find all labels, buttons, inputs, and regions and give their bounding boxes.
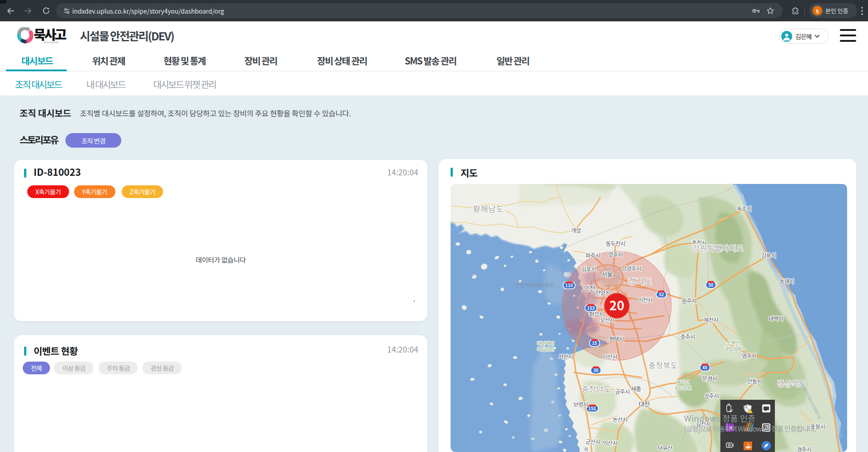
svg-text:익산시: 익산시 <box>603 438 617 447</box>
svg-text:강릉시: 강릉시 <box>761 251 776 259</box>
svg-text:이천시: 이천시 <box>638 295 652 304</box>
svg-text:양주시: 양주시 <box>608 250 623 258</box>
svg-text:15: 15 <box>592 340 597 346</box>
svg-text:대전: 대전 <box>639 399 650 408</box>
svg-text:논산시: 논산시 <box>613 415 627 423</box>
svg-text:서울: 서울 <box>601 269 613 278</box>
svg-text:인천: 인천 <box>584 283 595 293</box>
svg-text:덕유산: 덕유산 <box>658 443 672 452</box>
svg-text:태백시: 태백시 <box>769 314 783 323</box>
svg-text:보령시: 보령시 <box>573 400 588 408</box>
svg-text:45: 45 <box>702 364 708 371</box>
svg-text:경기도: 경기도 <box>628 275 652 287</box>
svg-text:30: 30 <box>593 367 599 373</box>
svg-text:국립공원: 국립공원 <box>537 345 554 353</box>
svg-text:평택시: 평택시 <box>609 334 624 343</box>
svg-text:김포시: 김포시 <box>581 264 596 273</box>
svg-text:110: 110 <box>565 282 573 288</box>
svg-text:동두천시: 동두천시 <box>606 239 625 248</box>
svg-text:충주시: 충주시 <box>680 332 695 341</box>
svg-text:원주시: 원주시 <box>682 296 696 305</box>
svg-text:남양주시: 남양주시 <box>622 264 641 273</box>
svg-text:20: 20 <box>609 296 624 314</box>
svg-text:강원특별자치도: 강원특별자치도 <box>693 242 744 253</box>
svg-text:서산시: 서산시 <box>558 352 573 361</box>
svg-text:52: 52 <box>659 291 664 298</box>
svg-text:군산시: 군산시 <box>585 437 600 446</box>
svg-text:속초시: 속초시 <box>737 204 751 213</box>
svg-text:동해시: 동해시 <box>779 277 794 285</box>
svg-text:황해남도: 황해남도 <box>473 203 504 214</box>
svg-text:국립공원: 국립공원 <box>674 384 691 391</box>
svg-text:충청남도: 충청남도 <box>582 383 611 394</box>
svg-text:개성: 개성 <box>571 226 580 234</box>
svg-text:영주시: 영주시 <box>742 351 756 360</box>
svg-text:파주시: 파주시 <box>585 251 600 259</box>
svg-text:아산시: 아산시 <box>602 352 617 361</box>
svg-text:세종: 세종 <box>631 384 641 393</box>
svg-text:인천-백령페리항로: 인천-백령페리항로 <box>516 281 554 288</box>
svg-text:제천시: 제천시 <box>704 315 718 324</box>
svg-text:공주시: 공주시 <box>615 387 630 396</box>
svg-text:안동시: 안동시 <box>747 377 762 385</box>
svg-text:안양시: 안양시 <box>595 288 610 297</box>
svg-text:상주시: 상주시 <box>704 391 719 400</box>
svg-text:충청북도: 충청북도 <box>649 359 678 371</box>
svg-text:국립공원: 국립공원 <box>724 345 742 352</box>
svg-text:제: 제 <box>584 446 588 452</box>
svg-text:50: 50 <box>708 282 714 288</box>
svg-text:151: 151 <box>589 405 596 412</box>
svg-text:경주시: 경주시 <box>797 445 811 452</box>
svg-text:문경시: 문경시 <box>702 374 717 382</box>
